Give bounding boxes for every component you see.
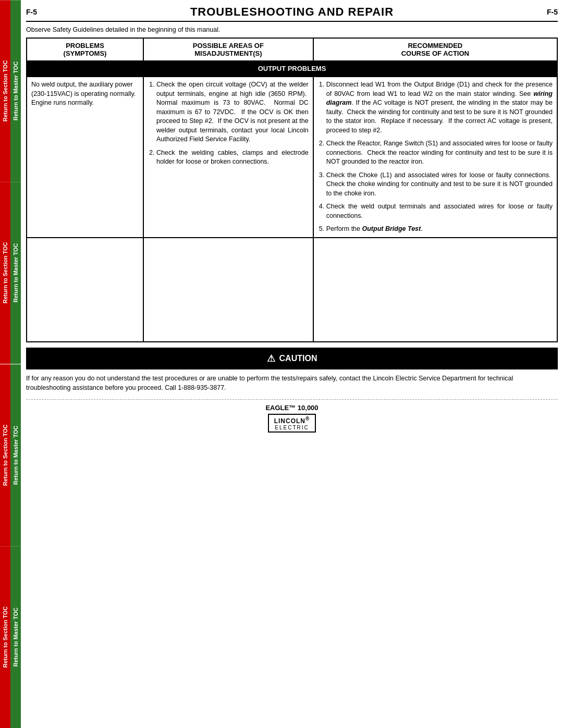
- possible-item-2: Check the welding cables, clamps and ele…: [156, 149, 309, 167]
- return-section-toc-3[interactable]: Return to Section TOC: [0, 364, 10, 546]
- empty-cell-1: [27, 238, 143, 342]
- side-tab-group-3: Return to Section TOC Return to Master T…: [0, 364, 21, 546]
- logo-electric: ELECTRIC: [275, 425, 309, 430]
- header-recommended: RECOMMENDEDCOURSE OF ACTION: [313, 38, 557, 61]
- recommended-item-1: Disconnect lead W1 from the Output Bridg…: [326, 80, 553, 135]
- side-tab-group-2: Return to Section TOC Return to Master T…: [0, 182, 21, 364]
- page-number-left: F-5: [26, 8, 37, 16]
- side-tab-group-1: Return to Section TOC Return to Master T…: [0, 0, 21, 182]
- table-row: No weld output, the auxiliary power (230…: [27, 77, 557, 238]
- side-tab-group-4: Return to Section TOC Return to Master T…: [0, 546, 21, 728]
- header-problems: PROBLEMS(SYMPTOMS): [27, 38, 143, 61]
- caution-triangle-icon: ⚠: [267, 353, 275, 364]
- lincoln-electric-logo: LINCOLN® ELECTRIC: [268, 414, 316, 433]
- recommended-item-5: Perform the Output Bridge Test.: [326, 225, 553, 234]
- section-header-cell: OUTPUT PROBLEMS: [27, 61, 557, 77]
- page-header: F-5 TROUBLESHOOTING AND REPAIR F-5: [26, 5, 558, 22]
- recommended-cell: Disconnect lead W1 from the Output Bridg…: [313, 77, 557, 238]
- return-section-toc-1[interactable]: Return to Section TOC: [0, 0, 10, 182]
- empty-cell-2: [143, 238, 313, 342]
- possible-cell: Check the open circuit voltage (OCV) at …: [143, 77, 313, 238]
- main-content: F-5 TROUBLESHOOTING AND REPAIR F-5 Obser…: [23, 0, 560, 438]
- recommended-item-3: Check the Choke (L1) and associated wire…: [326, 171, 553, 199]
- problems-cell: No weld output, the auxiliary power (230…: [27, 77, 143, 238]
- section-header-row: OUTPUT PROBLEMS: [27, 61, 557, 77]
- output-bridge-test-ref: Output Bridge Test: [362, 225, 421, 232]
- table-header-row: PROBLEMS(SYMPTOMS) POSSIBLE AREAS OFMISA…: [27, 38, 557, 61]
- page-title: TROUBLESHOOTING AND REPAIR: [37, 5, 547, 19]
- side-tabs-wrapper: Return to Section TOC Return to Master T…: [0, 0, 21, 728]
- return-master-toc-2[interactable]: Return to Master TOC: [10, 182, 21, 364]
- empty-cell-3: [313, 238, 557, 342]
- recommended-list: Disconnect lead W1 from the Output Bridg…: [318, 80, 553, 234]
- header-possible: POSSIBLE AREAS OFMISADJUSTMENT(S): [143, 38, 313, 61]
- caution-label: CAUTION: [279, 354, 317, 363]
- logo-lincoln: LINCOLN®: [274, 416, 310, 425]
- problem-text: No weld output, the auxiliary power (230…: [31, 81, 136, 106]
- return-master-toc-1[interactable]: Return to Master TOC: [10, 0, 21, 182]
- caution-text: If for any reason you do not understand …: [26, 374, 558, 393]
- return-master-toc-4[interactable]: Return to Master TOC: [10, 546, 21, 728]
- recommended-item-4: Check the weld output terminals and asso…: [326, 202, 553, 220]
- safety-note: Observe Safety Guidelines detailed in th…: [26, 26, 558, 33]
- return-section-toc-4[interactable]: Return to Section TOC: [0, 546, 10, 728]
- wiring-diagram-ref: wiring diagram: [326, 90, 553, 107]
- footer-product: EAGLE™ 10,000: [26, 404, 558, 412]
- return-master-toc-3[interactable]: Return to Master TOC: [10, 364, 21, 546]
- footer-section: EAGLE™ 10,000 LINCOLN® ELECTRIC: [26, 399, 558, 433]
- troubleshooting-table: PROBLEMS(SYMPTOMS) POSSIBLE AREAS OFMISA…: [26, 38, 558, 342]
- recommended-item-2: Check the Reactor, Range Switch (S1) and…: [326, 139, 553, 167]
- return-section-toc-2[interactable]: Return to Section TOC: [0, 182, 10, 364]
- empty-row: [27, 238, 557, 342]
- possible-list: Check the open circuit voltage (OCV) at …: [148, 80, 309, 167]
- caution-box: ⚠ CAUTION: [26, 348, 558, 369]
- possible-item-1: Check the open circuit voltage (OCV) at …: [156, 80, 309, 144]
- page-number-right: F-5: [547, 8, 558, 16]
